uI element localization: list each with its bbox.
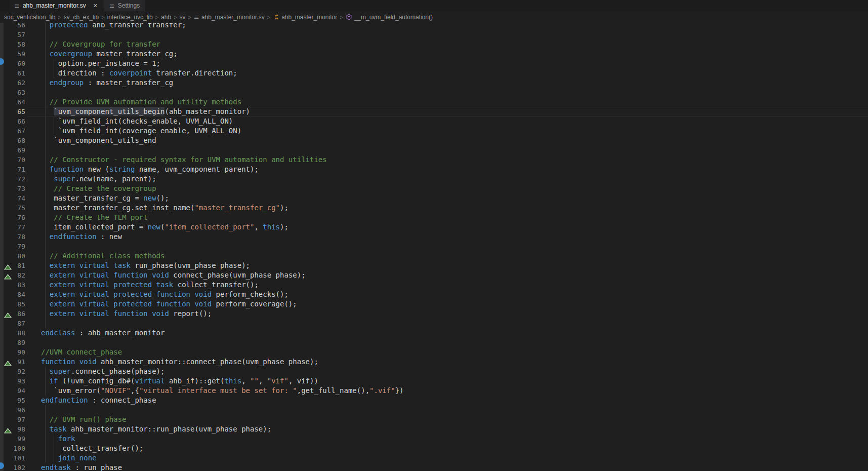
line-number[interactable]: 89 [0,338,25,347]
line-number[interactable]: 71 [0,165,25,174]
code-line-85[interactable]: 85 extern virtual protected function voi… [0,299,868,309]
code-line-64[interactable]: 64 // Provide UVM automation and utility… [0,97,868,107]
code-line-88[interactable]: 88endclass : ahb_master_monitor [0,328,868,338]
code-line-57[interactable]: 57 [0,30,868,40]
code-line-67[interactable]: 67 `uvm_field_int(coverage_enable, UVM_A… [0,126,868,136]
line-number[interactable]: 90 [0,347,25,357]
line-number[interactable]: 67 [0,126,25,136]
line-number[interactable]: 85 [0,299,25,309]
tab-settings[interactable]: ≡Settings [104,0,145,11]
line-number[interactable]: 61 [0,68,25,78]
line-number[interactable]: 97 [0,415,25,424]
code-line-95[interactable]: 95endfunction : connect_phase [0,396,868,405]
line-number[interactable]: 83 [0,280,25,290]
line-number[interactable]: 75 [0,203,25,213]
line-number[interactable]: 88 [0,328,25,338]
line-number[interactable]: 93 [0,376,25,386]
code-line-56[interactable]: 56 protected ahb_transfer transfer; [0,23,868,30]
line-number[interactable]: 65 [0,107,25,116]
code-line-94[interactable]: 94 `uvm_error("NOVIF",{"virtual interfac… [0,386,868,396]
code-line-71[interactable]: 71 function new (string name, uvm_compon… [0,165,868,174]
code-line-73[interactable]: 73 // Create the covergroup [0,184,868,193]
line-number[interactable]: 100 [0,444,25,453]
line-number[interactable]: 69 [0,145,25,155]
line-number[interactable]: 56 [0,23,25,30]
line-number[interactable]: 72 [0,174,25,184]
code-line-65[interactable]: 65 `uvm_component_utils_begin(ahb_master… [0,107,868,116]
line-number[interactable]: 66 [0,116,25,126]
line-number[interactable]: 101 [0,453,25,463]
code-line-89[interactable]: 89 [0,338,868,347]
code-line-86[interactable]: 86 extern virtual function void report()… [0,309,868,319]
close-icon[interactable]: ✕ [92,3,99,9]
breadcrumb-item-interface-uvc-lib[interactable]: interface_uvc_lib [107,14,153,21]
code-line-68[interactable]: 68 `uvm_component_utils_end [0,136,868,145]
line-number[interactable]: 94 [0,386,25,396]
code-line-75[interactable]: 75 master_transfer_cg.set_inst_name("mas… [0,203,868,213]
code-line-102[interactable]: 102endtask : run_phase [0,463,868,471]
line-number[interactable]: 87 [0,319,25,328]
line-number[interactable]: 57 [0,30,25,40]
code-line-74[interactable]: 74 master_transfer_cg = new(); [0,193,868,203]
line-number[interactable]: 70 [0,155,25,165]
gutter-delta-icon[interactable] [4,272,12,278]
code-line-100[interactable]: 100 collect_transfer(); [0,444,868,453]
line-number[interactable]: 92 [0,367,25,376]
code-editor[interactable]: 56 protected ahb_transfer transfer;5758 … [0,23,868,471]
gutter-delta-icon[interactable] [4,263,12,268]
code-line-63[interactable]: 63 [0,88,868,97]
breadcrumb-item-sv-cb-ex-lib[interactable]: sv_cb_ex_lib [64,14,99,21]
line-number[interactable]: 96 [0,405,25,415]
code-line-69[interactable]: 69 [0,145,868,155]
code-line-93[interactable]: 93 if (!uvm_config_db#(virtual ahb_if)::… [0,376,868,386]
line-number[interactable]: 95 [0,396,25,405]
code-line-82[interactable]: 82 extern virtual function void connect_… [0,270,868,280]
code-line-72[interactable]: 72 super.new(name, parent); [0,174,868,184]
code-line-98[interactable]: 98 task ahb_master_monitor::run_phase(uv… [0,424,868,434]
code-line-97[interactable]: 97 // UVM run() phase [0,415,868,424]
code-line-84[interactable]: 84 extern virtual protected function voi… [0,290,868,299]
breadcrumb-item--m-uvm-field-automation-[interactable]: __m_uvm_field_automation() [346,14,433,21]
line-number[interactable]: 80 [0,251,25,261]
line-number[interactable]: 77 [0,222,25,232]
line-number[interactable]: 74 [0,193,25,203]
code-line-92[interactable]: 92 super.connect_phase(phase); [0,367,868,376]
code-line-79[interactable]: 79 [0,242,868,251]
tab-ahb-master-monitor-sv[interactable]: ≡ahb_master_monitor.sv✕ [9,0,104,11]
line-number[interactable]: 62 [0,78,25,88]
breadcrumb-item-ahb-master-monitor[interactable]: ahb_master_monitor [273,14,337,21]
code-line-58[interactable]: 58 // Covergroup for transfer [0,40,868,49]
line-number[interactable]: 63 [0,88,25,97]
code-line-62[interactable]: 62 endgroup : master_transfer_cg [0,78,868,88]
code-line-91[interactable]: 91function void ahb_master_monitor::conn… [0,357,868,367]
code-line-90[interactable]: 90//UVM connect_phase [0,347,868,357]
gutter-delta-icon[interactable] [4,359,12,365]
code-line-87[interactable]: 87 [0,319,868,328]
code-line-66[interactable]: 66 `uvm_field_int(checks_enable, UVM_ALL… [0,116,868,126]
line-number[interactable]: 76 [0,213,25,222]
gutter-delta-icon[interactable] [4,426,12,432]
code-line-96[interactable]: 96 [0,405,868,415]
code-line-77[interactable]: 77 item_collected_port = new("item_colle… [0,222,868,232]
breadcrumb-item-soc-verification-lib[interactable]: soc_verification_lib [4,14,55,21]
code-line-80[interactable]: 80 // Additional class methods [0,251,868,261]
code-line-99[interactable]: 99 fork [0,434,868,444]
code-line-81[interactable]: 81 extern virtual task run_phase(uvm_pha… [0,261,868,270]
gutter-delta-icon[interactable] [4,311,12,317]
breadcrumb-item-sv[interactable]: sv [180,14,186,21]
code-line-70[interactable]: 70 // Constructor - required syntax for … [0,155,868,165]
line-number[interactable]: 58 [0,40,25,49]
code-line-60[interactable]: 60 option.per_instance = 1; [0,59,868,68]
code-line-83[interactable]: 83 extern virtual protected task collect… [0,280,868,290]
line-number[interactable]: 64 [0,97,25,107]
line-number[interactable]: 59 [0,49,25,59]
code-line-76[interactable]: 76 // Create the TLM port [0,213,868,222]
code-line-59[interactable]: 59 covergroup master_transfer_cg; [0,49,868,59]
breadcrumb-item-ahb-master-monitor-sv[interactable]: ≡ahb_master_monitor.sv [194,14,265,21]
code-line-61[interactable]: 61 direction : coverpoint transfer.direc… [0,68,868,78]
code-line-78[interactable]: 78 endfunction : new [0,232,868,242]
line-number[interactable]: 68 [0,136,25,145]
line-number[interactable]: 99 [0,434,25,444]
code-line-101[interactable]: 101 join_none [0,453,868,463]
breadcrumb-item-ahb[interactable]: ahb [161,14,171,21]
